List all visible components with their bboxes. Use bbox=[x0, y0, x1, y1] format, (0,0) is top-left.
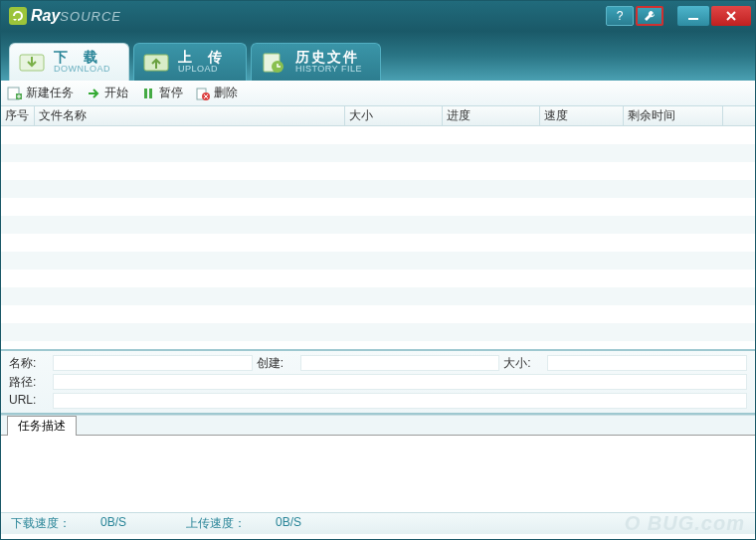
delete-button[interactable]: 删除 bbox=[195, 85, 238, 101]
table-row bbox=[1, 341, 755, 349]
new-task-label: 新建任务 bbox=[26, 85, 74, 101]
detail-path-value bbox=[53, 374, 747, 390]
title-bar: RaySOURCE ? bbox=[1, 1, 755, 31]
svg-rect-8 bbox=[149, 89, 152, 98]
status-up-value: 0B/S bbox=[276, 515, 301, 532]
close-button[interactable] bbox=[711, 6, 751, 26]
description-tabs: 任务描述 bbox=[1, 415, 755, 435]
detail-created-value bbox=[300, 355, 500, 371]
delete-label: 删除 bbox=[214, 85, 238, 101]
tab-history[interactable]: 历史文件 HISTORY FILE bbox=[251, 43, 381, 81]
upload-icon bbox=[142, 51, 170, 75]
status-down-label: 下载速度： bbox=[11, 515, 71, 532]
detail-name-value bbox=[53, 355, 253, 371]
tab-history-title: 历史文件 bbox=[295, 50, 362, 65]
status-bar: 下载速度： 0B/S 上传速度： 0B/S bbox=[1, 512, 755, 534]
detail-created-label: 创建: bbox=[257, 355, 296, 372]
table-body[interactable] bbox=[1, 126, 755, 349]
help-button[interactable]: ? bbox=[606, 6, 634, 26]
logo-icon bbox=[9, 7, 27, 25]
tab-download[interactable]: 下 载 DOWNLOAD bbox=[9, 43, 129, 81]
tab-task-description[interactable]: 任务描述 bbox=[7, 416, 77, 436]
detail-url-value bbox=[53, 393, 747, 409]
col-filename[interactable]: 文件名称 bbox=[35, 106, 345, 125]
table-row bbox=[1, 305, 755, 323]
main-tabs: 下 载 DOWNLOAD 上 传 UPLOAD 历史文件 HISTORY FIL… bbox=[1, 31, 755, 81]
minimize-icon bbox=[686, 9, 700, 23]
svg-rect-0 bbox=[688, 18, 698, 20]
table-row bbox=[1, 252, 755, 270]
logo-text-bold: Ray bbox=[31, 7, 60, 25]
col-progress[interactable]: 进度 bbox=[443, 106, 540, 125]
new-task-button[interactable]: 新建任务 bbox=[7, 85, 74, 101]
table-row bbox=[1, 234, 755, 252]
table-row bbox=[1, 287, 755, 305]
settings-button[interactable] bbox=[636, 6, 663, 26]
col-size[interactable]: 大小 bbox=[345, 106, 443, 125]
table-header: 序号 文件名称 大小 进度 速度 剩余时间 bbox=[1, 106, 755, 126]
tab-upload-sub: UPLOAD bbox=[178, 65, 228, 75]
tab-upload-title: 上 传 bbox=[178, 50, 228, 65]
detail-path-label: 路径: bbox=[9, 374, 49, 391]
table-row bbox=[1, 144, 755, 162]
toolbar: 新建任务 开始 暂停 删除 bbox=[1, 81, 755, 106]
table-row bbox=[1, 323, 755, 341]
pause-icon bbox=[140, 86, 156, 101]
col-spacer bbox=[723, 106, 755, 125]
description-body bbox=[1, 435, 755, 512]
app-logo: RaySOURCE bbox=[9, 7, 121, 25]
svg-rect-7 bbox=[144, 89, 147, 98]
detail-size-value bbox=[547, 355, 747, 371]
status-up-label: 上传速度： bbox=[186, 515, 246, 532]
download-icon bbox=[18, 51, 46, 75]
pause-label: 暂停 bbox=[159, 85, 183, 101]
table-row bbox=[1, 198, 755, 216]
close-icon bbox=[724, 9, 738, 23]
logo-text-light: SOURCE bbox=[60, 9, 121, 24]
detail-name-label: 名称: bbox=[9, 355, 49, 372]
tab-history-sub: HISTORY FILE bbox=[295, 65, 362, 75]
tab-download-sub: DOWNLOAD bbox=[54, 65, 110, 75]
tab-download-title: 下 载 bbox=[54, 50, 110, 65]
pause-button[interactable]: 暂停 bbox=[140, 85, 183, 101]
detail-size-label: 大小: bbox=[503, 355, 543, 372]
tab-upload[interactable]: 上 传 UPLOAD bbox=[133, 43, 247, 81]
table-row bbox=[1, 126, 755, 144]
col-remaining[interactable]: 剩余时间 bbox=[624, 106, 723, 125]
col-speed[interactable]: 速度 bbox=[540, 106, 624, 125]
start-button[interactable]: 开始 bbox=[86, 85, 128, 101]
history-icon bbox=[260, 51, 287, 75]
table-row bbox=[1, 270, 755, 287]
new-task-icon bbox=[7, 86, 23, 101]
details-panel: 名称: 创建: 大小: 路径: URL: bbox=[1, 349, 755, 415]
start-icon bbox=[86, 86, 101, 101]
table-row bbox=[1, 180, 755, 198]
status-down-value: 0B/S bbox=[100, 515, 126, 532]
wrench-icon bbox=[643, 9, 657, 23]
help-icon: ? bbox=[617, 9, 624, 23]
table-row bbox=[1, 216, 755, 234]
start-label: 开始 bbox=[104, 85, 128, 101]
table-row bbox=[1, 162, 755, 180]
delete-icon bbox=[195, 86, 211, 101]
col-seq[interactable]: 序号 bbox=[1, 106, 35, 125]
detail-url-label: URL: bbox=[9, 393, 49, 409]
minimize-button[interactable] bbox=[677, 6, 709, 26]
